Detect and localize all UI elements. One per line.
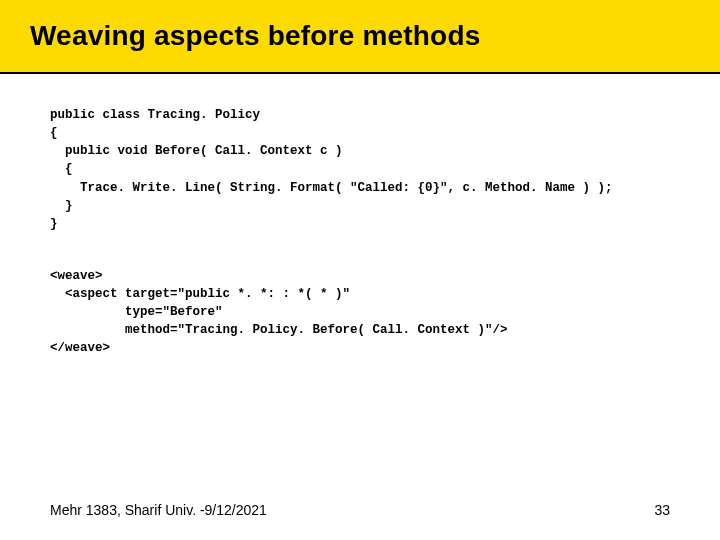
code-block-weave: <weave> <aspect target="public *. *: : *… — [50, 267, 670, 358]
code-block-class: public class Tracing. Policy { public vo… — [50, 106, 670, 233]
title-band: Weaving aspects before methods — [0, 0, 720, 74]
content-area: public class Tracing. Policy { public vo… — [0, 74, 720, 358]
footer: Mehr 1383, Sharif Univ. -9/12/2021 33 — [0, 502, 720, 518]
page-number: 33 — [654, 502, 670, 518]
footer-left: Mehr 1383, Sharif Univ. -9/12/2021 — [50, 502, 267, 518]
slide-title: Weaving aspects before methods — [30, 20, 481, 52]
